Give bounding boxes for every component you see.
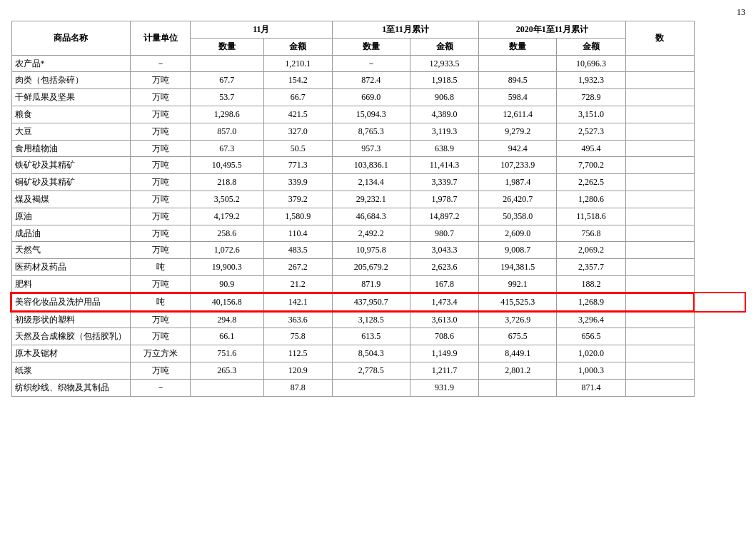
page-number: 13 <box>11 7 745 18</box>
table-cell <box>190 379 263 396</box>
table-cell: － <box>131 55 190 72</box>
table-cell: 4,389.0 <box>410 106 478 123</box>
table-cell: 871.9 <box>332 275 410 293</box>
table-cell: 1,280.6 <box>557 191 625 208</box>
table-cell: 90.9 <box>190 275 263 293</box>
table-cell: 万吨 <box>131 225 190 242</box>
table-cell: 906.8 <box>410 89 478 106</box>
table-cell: 3,151.0 <box>557 106 625 123</box>
table-cell: 万吨 <box>131 311 190 328</box>
table-cell: 原油 <box>11 208 131 225</box>
table-cell <box>625 242 694 259</box>
table-cell: 1,987.4 <box>479 174 557 191</box>
table-cell: 756.8 <box>557 225 625 242</box>
table-cell <box>625 140 694 157</box>
table-cell <box>625 275 694 293</box>
col-header-nov-qty: 数量 <box>190 38 263 55</box>
table-cell: 吨 <box>131 293 190 311</box>
table-cell: 8,765.3 <box>332 123 410 140</box>
table-cell: 3,339.7 <box>410 174 478 191</box>
table-cell: 857.0 <box>190 123 263 140</box>
table-cell: 638.9 <box>410 140 478 157</box>
table-cell <box>479 55 557 72</box>
table-row: 初级形状的塑料万吨294.8363.63,128.53,613.03,726.9… <box>11 311 745 328</box>
table-cell: 67.7 <box>190 72 263 89</box>
table-cell: 成品油 <box>11 225 131 242</box>
table-cell: 1,580.9 <box>263 208 332 225</box>
table-cell: 872.4 <box>332 72 410 89</box>
table-cell: 万吨 <box>131 106 190 123</box>
table-cell: 天然及合成橡胶（包括胶乳） <box>11 328 131 345</box>
table-cell: 3,296.4 <box>557 311 625 328</box>
table-cell: 肥料 <box>11 275 131 293</box>
table-cell: 46,684.3 <box>332 208 410 225</box>
table-cell: 205,679.2 <box>332 259 410 276</box>
col-header-unit: 计量单位 <box>131 21 190 56</box>
col-header-ytd2020-qty: 数量 <box>479 38 557 55</box>
table-cell: 1,932.3 <box>557 72 625 89</box>
table-cell <box>625 55 694 72</box>
table-cell: 铁矿砂及其精矿 <box>11 157 131 174</box>
table-cell: 2,262.5 <box>557 174 625 191</box>
table-cell: 3,128.5 <box>332 311 410 328</box>
table-cell <box>625 123 694 140</box>
table-cell: 120.9 <box>263 362 332 379</box>
table-cell: 4,179.2 <box>190 208 263 225</box>
table-row: 天然及合成橡胶（包括胶乳）万吨66.175.8613.5708.6675.565… <box>11 328 745 345</box>
table-cell: 771.3 <box>263 157 332 174</box>
col-header-ytd2020: 2020年1至11月累计 <box>479 21 625 39</box>
table-cell: 11,414.3 <box>410 157 478 174</box>
table-cell: 9,279.2 <box>479 123 557 140</box>
table-cell: 265.3 <box>190 362 263 379</box>
table-cell: 万吨 <box>131 72 190 89</box>
table-cell: 2,492.2 <box>332 225 410 242</box>
table-cell: 50.5 <box>263 140 332 157</box>
table-cell <box>625 106 694 123</box>
table-cell: 107,233.9 <box>479 157 557 174</box>
table-cell: 1,298.6 <box>190 106 263 123</box>
table-cell: 万吨 <box>131 140 190 157</box>
col-header-nov: 11月 <box>190 21 332 39</box>
table-cell: 294.8 <box>190 311 263 328</box>
table-cell: 医药材及药品 <box>11 259 131 276</box>
table-row: 原油万吨4,179.21,580.946,684.314,897.250,358… <box>11 208 745 225</box>
table-cell: 8,449.1 <box>479 345 557 362</box>
table-cell: 1,268.9 <box>557 293 625 311</box>
table-cell: 728.9 <box>557 89 625 106</box>
table-cell: 粮食 <box>11 106 131 123</box>
table-cell: 10,975.8 <box>332 242 410 259</box>
table-cell: 肉类（包括杂碎） <box>11 72 131 89</box>
table-cell <box>625 259 694 276</box>
table-row: 食用植物油万吨67.350.5957.3638.9942.4495.4 <box>11 140 745 157</box>
table-cell: 2,778.5 <box>332 362 410 379</box>
table-cell <box>625 293 694 311</box>
table-cell <box>625 225 694 242</box>
table-cell: 40,156.8 <box>190 293 263 311</box>
header-row-1: 商品名称 计量单位 11月 1至11月累计 2020年1至11月累计 数 <box>11 21 745 39</box>
table-cell: 26,420.7 <box>479 191 557 208</box>
table-cell: 1,149.9 <box>410 345 478 362</box>
table-cell: 原木及锯材 <box>11 345 131 362</box>
col-header-ytd: 1至11月累计 <box>332 21 478 39</box>
table-cell: 613.5 <box>332 328 410 345</box>
table-cell <box>625 362 694 379</box>
table-cell: 1,918.5 <box>410 72 478 89</box>
table-cell: 194,381.5 <box>479 259 557 276</box>
table-cell: 103,836.1 <box>332 157 410 174</box>
table-cell: 万吨 <box>131 275 190 293</box>
table-cell <box>625 328 694 345</box>
table-cell: 67.3 <box>190 140 263 157</box>
table-cell: 万吨 <box>131 208 190 225</box>
table-cell: 7,700.2 <box>557 157 625 174</box>
table-cell: 1,210.1 <box>263 55 332 72</box>
table-cell: 万吨 <box>131 242 190 259</box>
table-row: 美容化妆品及洗护用品吨40,156.8142.1437,950.71,473.4… <box>11 293 745 311</box>
table-cell: 871.4 <box>557 379 625 396</box>
table-cell: － <box>131 379 190 396</box>
table-cell: 1,020.0 <box>557 345 625 362</box>
table-cell: 29,232.1 <box>332 191 410 208</box>
table-cell <box>625 345 694 362</box>
table-row: 肉类（包括杂碎）万吨67.7154.2872.41,918.5894.51,93… <box>11 72 745 89</box>
table-cell: 2,357.7 <box>557 259 625 276</box>
table-row: 煤及褐煤万吨3,505.2379.229,232.11,978.726,420.… <box>11 191 745 208</box>
